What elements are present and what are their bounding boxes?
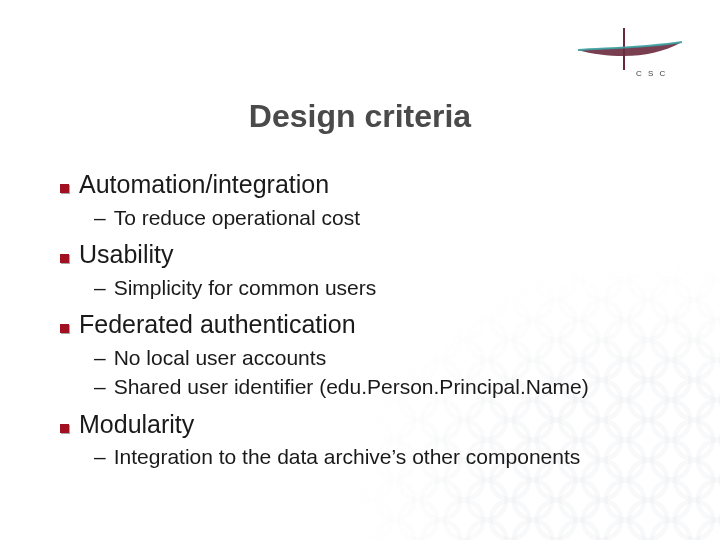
sub-bullet-text: No local user accounts [114, 344, 326, 372]
slide-body: Automation/integration – To reduce opera… [60, 168, 680, 473]
dash-icon: – [94, 445, 106, 469]
sub-bullet-item: – Simplicity for common users [60, 274, 680, 302]
sub-bullet-item: – No local user accounts [60, 344, 680, 372]
sub-bullet-item: – Integration to the data archive’s othe… [60, 443, 680, 471]
bullet-text: Federated authentication [79, 308, 356, 342]
square-bullet-icon [60, 324, 69, 333]
dash-icon: – [94, 206, 106, 230]
sub-bullet-text: Shared user identifier (edu.Person.Princ… [114, 373, 589, 401]
sub-bullet-item: – To reduce operational cost [60, 204, 680, 232]
square-bullet-icon [60, 184, 69, 193]
sub-bullet-text: Simplicity for common users [114, 274, 377, 302]
bullet-item: Modularity [60, 408, 680, 442]
sub-bullet-text: Integration to the data archive’s other … [114, 443, 581, 471]
sub-bullet-item: – Shared user identifier (edu.Person.Pri… [60, 373, 680, 401]
square-bullet-icon [60, 254, 69, 263]
dash-icon: – [94, 276, 106, 300]
slide-title: Design criteria [0, 98, 720, 135]
bullet-text: Automation/integration [79, 168, 329, 202]
csc-logo: C S C [564, 26, 684, 84]
bullet-item: Usability [60, 238, 680, 272]
bullet-item: Automation/integration [60, 168, 680, 202]
square-bullet-icon [60, 424, 69, 433]
bullet-text: Usability [79, 238, 173, 272]
dash-icon: – [94, 346, 106, 370]
bullet-item: Federated authentication [60, 308, 680, 342]
sub-bullet-text: To reduce operational cost [114, 204, 360, 232]
csc-logo-text: C S C [636, 69, 667, 78]
bullet-text: Modularity [79, 408, 194, 442]
dash-icon: – [94, 375, 106, 399]
